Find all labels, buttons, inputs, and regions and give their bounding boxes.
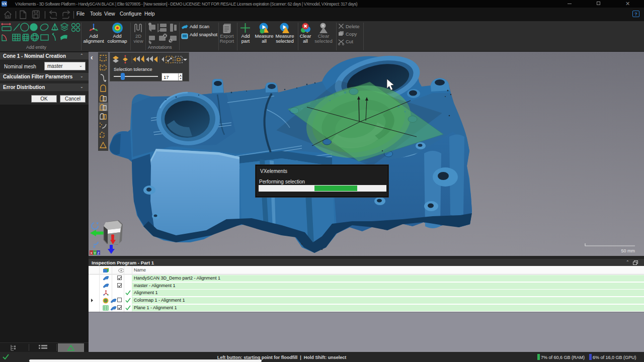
svg-text:X: X xyxy=(90,251,93,255)
svg-text:50 mm: 50 mm xyxy=(621,248,635,253)
svg-text:Z: Z xyxy=(97,251,100,255)
svg-text:Y: Y xyxy=(94,251,96,255)
